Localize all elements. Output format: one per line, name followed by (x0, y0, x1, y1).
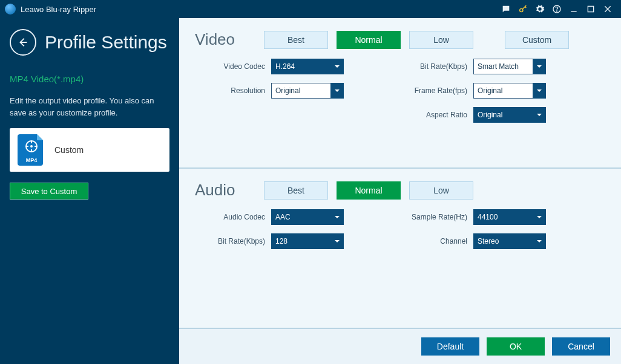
video-resolution-label: Resolution (206, 86, 271, 95)
video-preset-custom[interactable]: Custom (505, 31, 569, 49)
audio-heading: Audio (195, 181, 255, 200)
video-codec-label: Video Codec (206, 62, 271, 71)
footer: Default OK Cancel (179, 328, 621, 364)
video-aspect-select[interactable] (473, 107, 546, 123)
video-framerate-label: Frame Rate(fps) (406, 86, 473, 95)
video-section: Video Best Normal Low Custom Video Codec… (179, 18, 621, 167)
audio-codec-label: Audio Codec (206, 213, 271, 221)
help-icon[interactable] (548, 1, 565, 18)
video-codec-select[interactable] (271, 59, 344, 74)
video-framerate-select[interactable] (473, 83, 546, 99)
maximize-icon[interactable] (582, 1, 599, 18)
video-aspect-value[interactable] (473, 107, 546, 123)
video-framerate-value[interactable] (473, 83, 546, 99)
audio-section: Audio Best Normal Low Audio Codec Sample… (179, 167, 621, 258)
audio-bitrate-field: Bit Rate(Kbps) (206, 233, 406, 249)
video-bitrate-value[interactable] (473, 59, 546, 74)
profile-name: MP4 Video(*.mp4) (10, 74, 169, 84)
cancel-button[interactable]: Cancel (552, 337, 610, 356)
video-aspect-label: Aspect Ratio (406, 111, 473, 119)
titlebar: Leawo Blu-ray Ripper (0, 0, 621, 18)
video-codec-value[interactable] (271, 59, 344, 74)
video-resolution-value[interactable] (271, 83, 344, 99)
sidebar: Profile Settings MP4 Video(*.mp4) Edit t… (0, 18, 179, 364)
back-button[interactable] (10, 29, 36, 56)
close-icon[interactable] (599, 1, 616, 18)
audio-bitrate-select[interactable] (271, 233, 344, 249)
audio-codec-field: Audio Codec (206, 209, 406, 225)
audio-channel-select[interactable] (473, 233, 546, 249)
profile-card[interactable]: MP4 Custom (10, 128, 169, 172)
audio-preset-best[interactable]: Best (264, 181, 328, 200)
app-logo-icon (5, 4, 16, 15)
video-codec-field: Video Codec (206, 59, 406, 74)
audio-preset-normal[interactable]: Normal (337, 181, 401, 200)
audio-samplerate-select[interactable] (473, 209, 546, 225)
gear-icon[interactable] (531, 1, 548, 18)
chat-icon[interactable] (498, 1, 514, 18)
main-panel: Video Best Normal Low Custom Video Codec… (179, 18, 621, 364)
video-bitrate-label: Bit Rate(Kbps) (406, 62, 473, 71)
video-bitrate-select[interactable] (473, 59, 546, 74)
audio-bitrate-label: Bit Rate(Kbps) (206, 237, 271, 245)
audio-samplerate-field: Sample Rate(Hz) (406, 209, 605, 225)
profile-card-label: Custom (54, 145, 84, 155)
video-heading: Video (195, 30, 255, 49)
video-aspect-field: Aspect Ratio (406, 107, 605, 123)
audio-codec-value[interactable] (271, 209, 344, 225)
key-icon[interactable] (514, 1, 531, 18)
profile-description: Edit the output video profile. You also … (10, 95, 169, 119)
save-to-custom-button[interactable]: Save to Custom (10, 183, 88, 200)
audio-codec-select[interactable] (271, 209, 344, 225)
audio-samplerate-label: Sample Rate(Hz) (406, 213, 473, 221)
audio-bitrate-value[interactable] (271, 233, 344, 249)
page-title: Profile Settings (45, 32, 167, 53)
minimize-icon[interactable] (565, 1, 582, 18)
video-resolution-field: Resolution (206, 83, 406, 99)
video-resolution-select[interactable] (271, 83, 344, 99)
ok-button[interactable]: OK (487, 337, 545, 356)
audio-channel-label: Channel (406, 237, 473, 245)
video-preset-normal[interactable]: Normal (337, 31, 401, 49)
audio-samplerate-value[interactable] (473, 209, 546, 225)
video-bitrate-field: Bit Rate(Kbps) (406, 59, 605, 74)
mp4-file-icon: MP4 (17, 134, 46, 166)
audio-channel-field: Channel (406, 233, 605, 249)
svg-text:MP4: MP4 (26, 157, 38, 163)
svg-point-2 (556, 11, 557, 11)
svg-point-8 (30, 145, 33, 148)
video-preset-best[interactable]: Best (264, 31, 328, 49)
app-title: Leawo Blu-ray Ripper (21, 5, 96, 14)
video-framerate-field: Frame Rate(fps) (406, 83, 605, 99)
svg-rect-4 (588, 6, 593, 11)
default-button[interactable]: Default (421, 337, 479, 356)
audio-channel-value[interactable] (473, 233, 546, 249)
video-preset-low[interactable]: Low (409, 31, 473, 49)
audio-preset-low[interactable]: Low (409, 181, 473, 200)
svg-point-0 (520, 8, 523, 11)
